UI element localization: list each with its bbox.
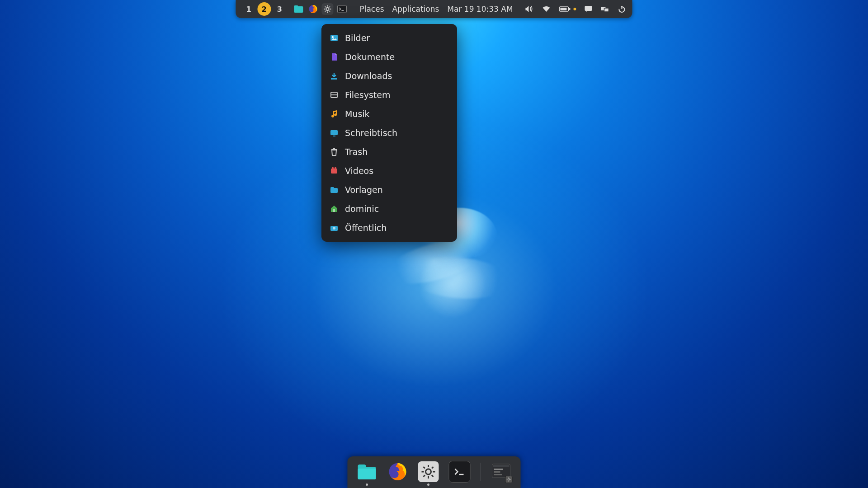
svg-point-43 <box>426 469 431 474</box>
terminal-app-icon[interactable] <box>449 461 471 483</box>
svg-point-3 <box>326 8 329 10</box>
svg-line-11 <box>329 6 330 7</box>
workspace-1[interactable]: 1 <box>242 2 255 16</box>
folder-icon <box>330 185 339 194</box>
menu-item-label: Musik <box>345 109 370 119</box>
gear-badge-icon <box>505 476 513 483</box>
settings-icon[interactable] <box>321 3 333 15</box>
svg-rect-54 <box>493 465 509 467</box>
svg-rect-19 <box>604 8 609 12</box>
settings-window-icon[interactable] <box>491 461 512 482</box>
running-indicator <box>427 483 429 486</box>
battery-indicator-dot <box>574 8 576 10</box>
files-app-icon[interactable] <box>357 461 377 482</box>
workspace-3[interactable]: 3 <box>273 2 286 16</box>
menu-item-label: dominic <box>345 204 379 214</box>
firefox-app-icon[interactable] <box>387 461 408 482</box>
files-icon[interactable] <box>292 3 304 15</box>
svg-point-58 <box>508 479 510 480</box>
svg-point-32 <box>332 167 334 169</box>
svg-rect-40 <box>358 465 366 469</box>
menu-item-label: Videos <box>345 166 373 176</box>
menu-item-label: Öffentlich <box>345 223 387 233</box>
desktop-icon <box>330 128 339 137</box>
settings-app-icon[interactable] <box>418 461 439 482</box>
svg-rect-24 <box>331 78 337 80</box>
menu-item-label: Downloads <box>345 71 392 81</box>
menu-item-label: Schreibtisch <box>345 128 397 138</box>
svg-rect-35 <box>330 187 334 189</box>
power-icon[interactable] <box>618 5 626 13</box>
places-item-musik[interactable]: Musik <box>321 104 457 123</box>
svg-rect-29 <box>331 149 337 150</box>
workspace-2[interactable]: 2 <box>257 2 271 16</box>
svg-rect-57 <box>494 474 502 475</box>
videos-icon <box>330 166 339 175</box>
places-item-schreibtisch[interactable]: Schreibtisch <box>321 123 457 142</box>
places-item-öffentlich[interactable]: Öffentlich <box>321 218 457 237</box>
svg-line-10 <box>325 11 326 12</box>
svg-rect-17 <box>585 6 592 11</box>
menu-item-label: Trash <box>345 147 368 157</box>
desktop-wallpaper: 123 Places Applications Mar 19 10:33 AM <box>0 0 868 488</box>
places-menu-button[interactable]: Places <box>357 5 387 14</box>
svg-rect-55 <box>494 469 503 470</box>
svg-rect-12 <box>337 5 346 13</box>
svg-line-48 <box>424 467 425 469</box>
svg-line-50 <box>424 475 425 477</box>
svg-rect-16 <box>569 8 571 10</box>
dock-separator <box>481 463 481 481</box>
svg-point-33 <box>335 167 336 169</box>
dock <box>348 456 521 488</box>
svg-rect-27 <box>330 130 338 135</box>
places-item-videos[interactable]: Videos <box>321 161 457 180</box>
svg-rect-31 <box>331 169 337 174</box>
places-item-filesystem[interactable]: Filesystem <box>321 85 457 104</box>
svg-rect-56 <box>494 471 500 473</box>
home-icon <box>330 204 339 213</box>
menu-item-label: Bilder <box>345 33 370 43</box>
volume-icon[interactable] <box>525 5 534 13</box>
svg-point-38 <box>333 227 335 230</box>
filesystem-icon <box>330 90 339 99</box>
svg-rect-36 <box>333 209 335 212</box>
svg-rect-30 <box>333 148 335 149</box>
chat-icon[interactable] <box>585 5 593 13</box>
menu-item-label: Vorlagen <box>345 185 383 195</box>
system-tray <box>525 5 626 13</box>
places-item-downloads[interactable]: Downloads <box>321 66 457 85</box>
running-indicator <box>366 483 368 486</box>
downloads-icon <box>330 71 339 80</box>
top-panel: 123 Places Applications Mar 19 10:33 AM <box>236 0 632 18</box>
clock[interactable]: Mar 19 10:33 AM <box>444 5 515 14</box>
svg-line-49 <box>432 475 434 477</box>
svg-line-51 <box>432 467 434 469</box>
workspace-switcher: 123 <box>242 2 286 16</box>
pictures-icon <box>330 33 339 42</box>
svg-rect-41 <box>358 469 376 479</box>
svg-rect-15 <box>561 8 567 10</box>
places-item-dominic[interactable]: dominic <box>321 199 457 218</box>
firefox-icon[interactable] <box>307 3 319 15</box>
trash-icon <box>330 147 339 156</box>
svg-rect-1 <box>294 5 298 8</box>
applications-menu-button[interactable]: Applications <box>390 5 442 14</box>
places-dropdown: BilderDokumenteDownloadsFilesystemMusikS… <box>321 24 457 242</box>
places-item-dokumente[interactable]: Dokumente <box>321 47 457 66</box>
places-item-bilder[interactable]: Bilder <box>321 28 457 47</box>
public-icon <box>330 223 339 232</box>
svg-rect-28 <box>333 136 335 136</box>
svg-line-9 <box>329 11 330 12</box>
svg-line-8 <box>325 6 326 7</box>
menu-item-label: Filesystem <box>345 90 390 100</box>
terminal-icon[interactable] <box>336 3 348 15</box>
workspaces-icon[interactable] <box>601 5 610 13</box>
music-icon <box>330 109 339 118</box>
places-item-trash[interactable]: Trash <box>321 142 457 161</box>
wifi-icon[interactable] <box>542 5 551 13</box>
svg-point-23 <box>332 36 334 38</box>
places-item-vorlagen[interactable]: Vorlagen <box>321 180 457 199</box>
documents-icon <box>330 52 339 61</box>
battery-icon[interactable] <box>559 6 576 12</box>
menu-item-label: Dokumente <box>345 52 395 62</box>
